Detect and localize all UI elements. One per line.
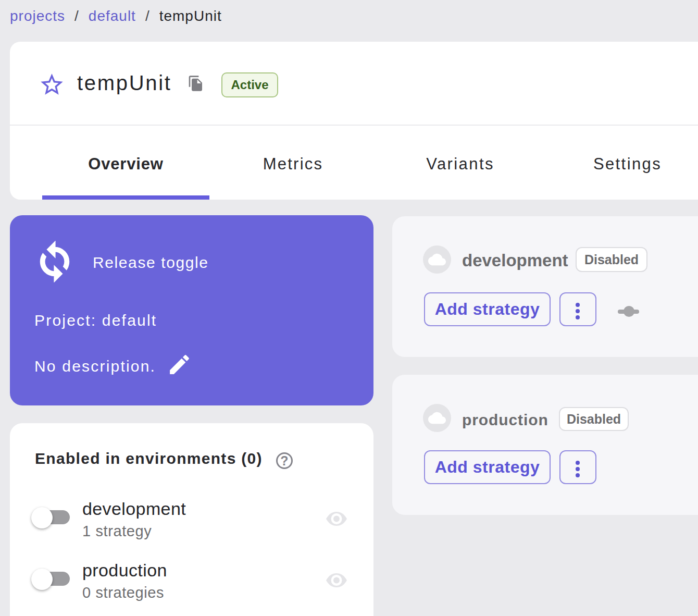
svg-text:?: ? xyxy=(280,453,288,468)
